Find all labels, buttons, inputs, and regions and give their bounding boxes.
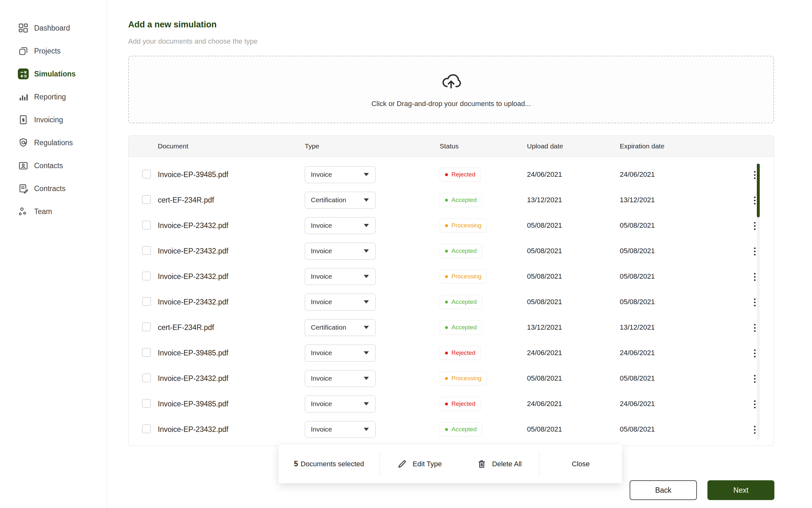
status-dot-icon	[445, 352, 448, 354]
row-checkbox[interactable]	[142, 297, 151, 306]
expiration-date: 05/08/2021	[620, 298, 752, 306]
chevron-down-icon	[364, 275, 369, 278]
type-select-value: Invoice	[311, 349, 332, 357]
document-name: Invoice-EP-23432.pdf	[158, 374, 305, 383]
status-badge: Rejected	[440, 168, 481, 181]
upload-date: 24/06/2021	[527, 170, 620, 179]
status-dot-icon	[445, 377, 448, 380]
status-dot-icon	[445, 199, 448, 202]
column-header-expiration: Expiration date	[620, 142, 752, 150]
type-select-value: Certification	[311, 324, 346, 331]
table-row: Invoice-EP-39485.pdf Invoice Rejected 24…	[128, 391, 774, 417]
chevron-down-icon	[364, 402, 369, 406]
sidebar-item-invoicing[interactable]: $ Invoicing	[0, 108, 107, 131]
type-select-value: Invoice	[311, 375, 332, 382]
type-select[interactable]: Invoice	[305, 421, 376, 438]
document-name: Invoice-EP-23432.pdf	[158, 247, 305, 255]
row-checkbox[interactable]	[142, 323, 151, 331]
table-scrollbar-thumb[interactable]	[757, 164, 760, 217]
type-select[interactable]: Invoice	[305, 166, 376, 183]
delete-all-label: Delete All	[492, 460, 522, 468]
status-badge: Accepted	[440, 295, 482, 309]
document-name: Invoice-EP-23432.pdf	[158, 425, 305, 434]
row-checkbox[interactable]	[142, 195, 151, 204]
upload-date: 05/08/2021	[527, 247, 620, 255]
type-select[interactable]: Certification	[305, 192, 376, 209]
table-row: cert-EF-234R.pdf Certification Accepted …	[128, 315, 774, 340]
chevron-down-icon	[364, 199, 369, 202]
sidebar-item-contacts[interactable]: Contacts	[0, 154, 107, 177]
table-row: Invoice-EP-39485.pdf Invoice Rejected 24…	[128, 162, 774, 187]
upload-date: 24/06/2021	[527, 349, 620, 357]
row-checkbox[interactable]	[142, 170, 151, 178]
status-dot-icon	[445, 428, 448, 431]
sidebar-item-label: Team	[34, 207, 52, 216]
table-row: cert-EF-234R.pdf Certification Accepted …	[128, 187, 774, 213]
status-dot-icon	[445, 224, 448, 227]
status-badge: Rejected	[440, 346, 481, 360]
row-checkbox[interactable]	[142, 425, 151, 433]
document-name: Invoice-EP-39485.pdf	[158, 170, 305, 179]
sidebar-item-team[interactable]: Team	[0, 200, 107, 223]
chevron-down-icon	[364, 351, 369, 354]
delete-all-button[interactable]: Delete All	[459, 459, 539, 469]
row-checkbox[interactable]	[142, 399, 151, 408]
type-select-value: Invoice	[311, 425, 332, 433]
status-label: Accepted	[452, 426, 477, 433]
type-select[interactable]: Invoice	[305, 370, 376, 387]
document-name: Invoice-EP-39485.pdf	[158, 349, 305, 357]
upload-date: 05/08/2021	[527, 374, 620, 383]
status-badge: Processing	[440, 269, 487, 284]
sidebar-item-contracts[interactable]: Contracts	[0, 177, 107, 200]
row-checkbox[interactable]	[142, 221, 151, 229]
status-dot-icon	[445, 403, 448, 406]
sidebar-item-reporting[interactable]: Reporting	[0, 85, 107, 108]
sidebar-item-projects[interactable]: Projects	[0, 40, 107, 62]
type-select[interactable]: Certification	[305, 319, 376, 336]
chevron-down-icon	[364, 428, 369, 431]
type-select[interactable]: Invoice	[305, 243, 376, 260]
upload-date: 05/08/2021	[527, 221, 620, 229]
row-checkbox[interactable]	[142, 272, 151, 280]
type-select-value: Invoice	[311, 222, 332, 229]
edit-type-button[interactable]: Edit Type	[380, 459, 459, 469]
status-label: Accepted	[452, 197, 477, 204]
table-header: Document Type Status Upload date Expirat…	[128, 136, 774, 157]
reporting-icon	[18, 91, 29, 102]
row-checkbox[interactable]	[142, 246, 151, 255]
sidebar-item-dashboard[interactable]: Dashboard	[0, 16, 107, 40]
upload-dropzone[interactable]: Click or Drag-and-drop your documents to…	[128, 56, 774, 123]
status-label: Processing	[452, 222, 481, 229]
table-row: Invoice-EP-23432.pdf Invoice Accepted 05…	[128, 417, 774, 442]
type-select[interactable]: Invoice	[305, 395, 376, 413]
back-button[interactable]: Back	[630, 480, 697, 500]
status-dot-icon	[445, 326, 448, 329]
chevron-down-icon	[364, 300, 369, 303]
type-select[interactable]: Invoice	[305, 345, 376, 362]
trash-icon	[477, 459, 487, 469]
next-button[interactable]: Next	[707, 480, 774, 500]
sidebar-item-simulations[interactable]: Simulations	[0, 62, 107, 85]
sidebar-item-label: Dashboard	[34, 24, 70, 33]
page-subtitle: Add your documents and choose the type	[128, 37, 774, 46]
type-select[interactable]: Invoice	[305, 217, 376, 234]
expiration-date: 05/08/2021	[620, 425, 752, 433]
row-checkbox[interactable]	[142, 374, 151, 382]
column-header-upload: Upload date	[527, 142, 620, 150]
close-button[interactable]: Close	[539, 460, 622, 468]
status-dot-icon	[445, 250, 448, 253]
sidebar-item-label: Reporting	[34, 93, 66, 101]
cloud-upload-icon	[441, 71, 461, 91]
status-label: Rejected	[452, 349, 475, 356]
sidebar-item-regulations[interactable]: Regulations	[0, 131, 107, 154]
projects-icon	[18, 46, 29, 56]
row-checkbox[interactable]	[142, 348, 151, 357]
expiration-date: 24/06/2021	[620, 349, 752, 357]
type-select-value: Invoice	[311, 247, 332, 255]
svg-text:$: $	[22, 118, 24, 122]
table-row: Invoice-EP-39485.pdf Invoice Rejected 24…	[128, 340, 774, 366]
chevron-down-icon	[364, 249, 369, 253]
table-row: Invoice-EP-23432.pdf Invoice Accepted 05…	[128, 238, 774, 264]
type-select[interactable]: Invoice	[305, 294, 376, 310]
type-select[interactable]: Invoice	[305, 268, 376, 285]
